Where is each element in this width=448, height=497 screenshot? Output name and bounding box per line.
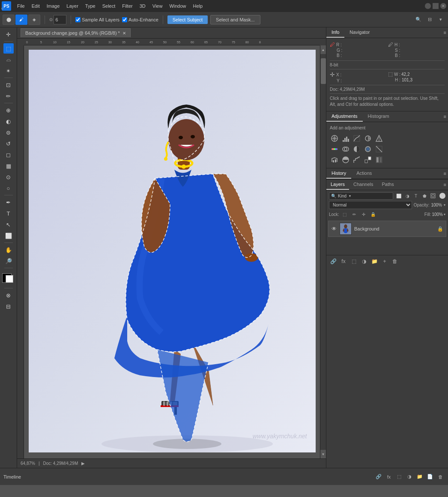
timeline-fx-icon[interactable]: fx — [385, 473, 393, 481]
curves-icon[interactable] — [352, 134, 361, 143]
brush-tool[interactable]: 🖌 — [15, 15, 27, 25]
timeline-link-icon[interactable]: 🔗 — [374, 473, 383, 481]
link-layers-icon[interactable]: 🔗 — [329, 257, 337, 266]
scroll-thumb[interactable] — [321, 58, 326, 84]
tab-paths[interactable]: Paths — [378, 180, 398, 190]
timeline-page-icon[interactable]: 📄 — [426, 473, 434, 481]
opacity-dropdown[interactable]: ▾ — [444, 203, 445, 207]
auto-enhance-label[interactable]: Auto-Enhance — [122, 17, 158, 22]
photo-filter-icon[interactable] — [363, 144, 373, 154]
fill-dropdown[interactable]: ▾ — [444, 213, 445, 216]
scroll-down-button[interactable]: ▼ — [320, 450, 326, 458]
document-tab[interactable]: Background change.jpeg @ 64,9% (RGB/8) *… — [21, 28, 131, 37]
adjustments-panel-menu[interactable]: ≡ — [442, 112, 448, 121]
hue-saturation-icon[interactable] — [330, 144, 339, 154]
color-balance-icon[interactable] — [341, 144, 350, 154]
lock-all-icon[interactable]: 🔒 — [369, 210, 377, 218]
new-group-icon[interactable]: 📁 — [370, 257, 379, 266]
info-rgb-cell: 🖊 R : G : B : — [330, 42, 386, 58]
threshold-icon[interactable] — [363, 155, 373, 165]
menu-type[interactable]: Type — [82, 3, 99, 9]
scroll-track[interactable] — [320, 54, 326, 450]
menu-layer[interactable]: Layer — [63, 3, 82, 9]
posterize-icon[interactable] — [352, 155, 361, 165]
tab-layers[interactable]: Layers — [326, 180, 349, 190]
levels-icon[interactable] — [341, 134, 350, 143]
new-adjustment-layer-icon[interactable]: ◑ — [360, 257, 368, 266]
adjustment-filter-icon[interactable]: ◑ — [403, 192, 411, 200]
menu-image[interactable]: Image — [43, 3, 63, 9]
tab-adjustments[interactable]: Adjustments — [326, 111, 363, 122]
menu-filter[interactable]: Filter — [119, 3, 136, 9]
status-arrow[interactable]: ▶ — [81, 461, 85, 466]
kind-select[interactable]: 🔍 Kind ▾ — [329, 192, 393, 200]
add-mask-icon[interactable]: ⬚ — [349, 257, 358, 266]
tab-info[interactable]: Info — [326, 27, 344, 38]
brush-size-input[interactable]: 6 — [54, 15, 66, 24]
blend-mode-select[interactable]: Normal — [329, 201, 412, 209]
tab-histogram[interactable]: Histogram — [363, 111, 394, 122]
layer-lock-icon[interactable]: 🔒 — [437, 226, 443, 232]
shape-filter-icon[interactable]: ⬟ — [421, 192, 428, 200]
search-icon[interactable]: 🔍 — [414, 15, 423, 24]
channel-mixer-icon[interactable] — [374, 144, 384, 154]
erase-tool[interactable]: ◈ — [28, 15, 40, 25]
lock-position-icon[interactable]: ✛ — [360, 210, 367, 218]
new-layer-icon[interactable]: + — [380, 257, 389, 266]
tab-actions[interactable]: Actions — [351, 168, 377, 179]
sample-layers-checkbox[interactable] — [75, 17, 81, 22]
vibrance-icon[interactable] — [374, 134, 384, 143]
vertical-scrollbar[interactable]: ▲ ▼ — [320, 45, 326, 458]
timeline-folder-icon[interactable]: 📁 — [415, 473, 424, 481]
timeline-mask-icon[interactable]: ⬚ — [395, 473, 403, 481]
type-filter-icon[interactable]: T — [412, 192, 420, 200]
tab-close-button[interactable]: ✕ — [122, 31, 126, 36]
tab-channels[interactable]: Channels — [349, 180, 377, 190]
close-button[interactable]: ✕ — [440, 3, 446, 9]
maximize-button[interactable] — [433, 3, 439, 9]
menu-edit[interactable]: Edit — [28, 3, 43, 9]
history-panel-menu[interactable]: ≡ — [442, 169, 448, 178]
svg-rect-80 — [334, 148, 335, 150]
delete-layer-icon[interactable]: 🗑 — [391, 257, 399, 266]
scrollbar-corner — [320, 39, 326, 45]
menu-window[interactable]: Window — [166, 3, 189, 9]
auto-enhance-checkbox[interactable] — [122, 17, 127, 22]
add-layer-style-icon[interactable]: fx — [339, 257, 348, 266]
select-subject-button[interactable]: Select Subject — [167, 15, 208, 24]
menu-file[interactable]: File — [14, 3, 28, 9]
lock-transparent-icon[interactable]: ⬚ — [341, 210, 349, 218]
invert-icon[interactable] — [341, 155, 350, 165]
menu-select[interactable]: Select — [99, 3, 119, 9]
workspace-dropdown-icon[interactable]: ▾ — [436, 15, 445, 24]
exposure-icon[interactable] — [363, 134, 373, 143]
sample-layers-label[interactable]: Sample All Layers — [75, 17, 119, 22]
info-b2-label: B : — [395, 53, 401, 58]
info-panel-menu[interactable]: ≡ — [442, 28, 448, 37]
smart-filter-icon[interactable] — [429, 192, 437, 200]
kind-filter-toggle[interactable] — [439, 193, 445, 199]
workspace-icon[interactable]: ⊟ — [425, 15, 434, 24]
select-mask-button[interactable]: Select and Mask... — [210, 15, 260, 24]
timeline-trash-icon[interactable]: 🗑 — [436, 473, 445, 481]
menu-view[interactable]: View — [149, 3, 166, 9]
minimize-button[interactable] — [425, 3, 431, 9]
canvas-scroll-area[interactable]: www.yakymchuk.net — [24, 45, 320, 458]
timeline-adjustment-icon[interactable]: ◑ — [405, 473, 414, 481]
pixel-filter-icon[interactable]: ⬜ — [395, 192, 403, 200]
menu-3d[interactable]: 3D — [136, 3, 149, 9]
color-lookup-icon[interactable] — [330, 155, 339, 165]
lock-pixels-icon[interactable]: ✏ — [350, 210, 358, 218]
layer-visibility-eye[interactable]: 👁 — [331, 226, 337, 232]
fill-value[interactable]: 100% — [432, 212, 443, 217]
tab-navigator[interactable]: Navigator — [344, 27, 375, 38]
black-white-icon[interactable] — [352, 144, 361, 154]
tab-history[interactable]: History — [326, 168, 351, 179]
opacity-value[interactable]: 100% — [431, 203, 442, 207]
selective-color-icon[interactable] — [374, 155, 384, 165]
menu-help[interactable]: Help — [190, 3, 206, 9]
layers-panel-menu[interactable]: ≡ — [442, 180, 448, 189]
layer-item-background[interactable]: 👁 Background 🔒 — [328, 221, 446, 237]
scroll-up-button[interactable]: ▲ — [320, 45, 326, 54]
brightness-contrast-icon[interactable] — [330, 134, 339, 143]
